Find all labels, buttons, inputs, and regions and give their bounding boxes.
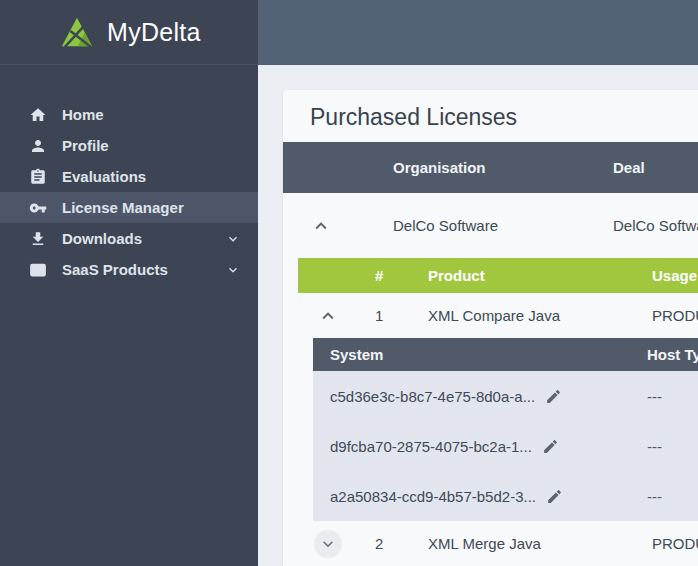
sidebar-item-label: SaaS Products (62, 261, 168, 278)
purchased-licenses-card: Purchased Licenses Organisation Deal Del… (283, 90, 698, 566)
systems-table: System Host Typ c5d36e3c-b8c7-4e75-8d0a-… (313, 338, 698, 521)
sidebar-item-label: Profile (62, 137, 109, 154)
delta-triangle-icon (60, 15, 94, 49)
number-column-header: # (358, 267, 413, 284)
sidebar-item-label: Evaluations (62, 168, 146, 185)
home-icon (28, 105, 48, 125)
product-column-header: Product (413, 267, 638, 284)
system-column-header: System (313, 346, 645, 363)
table-row: 2 XML Merge Java PRODU (298, 521, 698, 566)
brand-header: MyDelta (0, 0, 258, 65)
page-title: Purchased Licenses (283, 90, 698, 142)
product-name-cell: XML Merge Java (413, 535, 638, 552)
sidebar: MyDelta Home Profile Evaluations License… (0, 0, 258, 566)
sidebar-item-label: Downloads (62, 230, 142, 247)
collapse-row-icon[interactable] (317, 305, 339, 327)
collapse-row-icon[interactable] (310, 215, 332, 237)
sidebar-item-profile[interactable]: Profile (0, 130, 258, 161)
sidebar-item-home[interactable]: Home (0, 99, 258, 130)
host-type-cell: --- (645, 438, 698, 455)
system-id-cell: c5d36e3c-b8c7-4e75-8d0a-a... (330, 388, 535, 405)
organisation-cell: DelCo Software (358, 217, 578, 234)
expand-row-icon[interactable] (314, 530, 342, 558)
person-icon (28, 136, 48, 156)
edit-pencil-icon[interactable] (546, 488, 563, 505)
sidebar-item-downloads[interactable]: Downloads (0, 223, 258, 254)
main-area: Purchased Licenses Organisation Deal Del… (258, 0, 698, 566)
system-id-cell: d9fcba70-2875-4075-bc2a-1... (330, 438, 532, 455)
deal-column-header: Deal (578, 159, 698, 176)
deal-cell: DelCo Softwa (578, 217, 698, 234)
usage-cell: PRODU (638, 535, 698, 552)
content-area: Purchased Licenses Organisation Deal Del… (258, 90, 698, 566)
table-row: DelCo Software DelCo Softwa (283, 193, 698, 258)
host-type-cell: --- (645, 488, 698, 505)
host-type-cell: --- (645, 388, 698, 405)
sidebar-nav: Home Profile Evaluations License Manager… (0, 99, 258, 285)
products-table: # Product Usage 1 XML Compare Java PRODU (298, 258, 698, 566)
edit-pencil-icon[interactable] (542, 438, 559, 455)
list-box-icon (28, 260, 48, 280)
brand-name: MyDelta (107, 18, 201, 47)
sidebar-item-label: License Manager (62, 199, 184, 216)
table-row: 1 XML Compare Java PRODU (298, 293, 698, 338)
download-icon (28, 229, 48, 249)
sidebar-item-license-manager[interactable]: License Manager (0, 192, 258, 223)
host-type-column-header: Host Typ (645, 346, 698, 363)
table-row: d9fcba70-2875-4075-bc2a-1... --- (313, 421, 698, 471)
table-row: c5d36e3c-b8c7-4e75-8d0a-a... --- (313, 371, 698, 421)
product-number-cell: 1 (358, 307, 413, 324)
product-number-cell: 2 (358, 535, 413, 552)
table-row: a2a50834-ccd9-4b57-b5d2-3... --- (313, 471, 698, 521)
topbar (258, 0, 698, 65)
clipboard-icon (28, 167, 48, 187)
licenses-table-header: Organisation Deal (283, 142, 698, 193)
edit-pencil-icon[interactable] (545, 388, 562, 405)
sidebar-item-evaluations[interactable]: Evaluations (0, 161, 258, 192)
products-table-header: # Product Usage (298, 258, 698, 293)
systems-table-header: System Host Typ (313, 338, 698, 371)
chevron-down-icon[interactable] (226, 232, 240, 246)
sidebar-item-saas-products[interactable]: SaaS Products (0, 254, 258, 285)
systems-table-body: c5d36e3c-b8c7-4e75-8d0a-a... --- d9fcba7… (313, 371, 698, 521)
system-id-cell: a2a50834-ccd9-4b57-b5d2-3... (330, 488, 536, 505)
organisation-column-header: Organisation (358, 159, 578, 176)
usage-column-header: Usage (638, 267, 698, 284)
sidebar-item-label: Home (62, 106, 104, 123)
product-name-cell: XML Compare Java (413, 307, 638, 324)
usage-cell: PRODU (638, 307, 698, 324)
key-icon (28, 198, 48, 218)
chevron-down-icon[interactable] (226, 263, 240, 277)
